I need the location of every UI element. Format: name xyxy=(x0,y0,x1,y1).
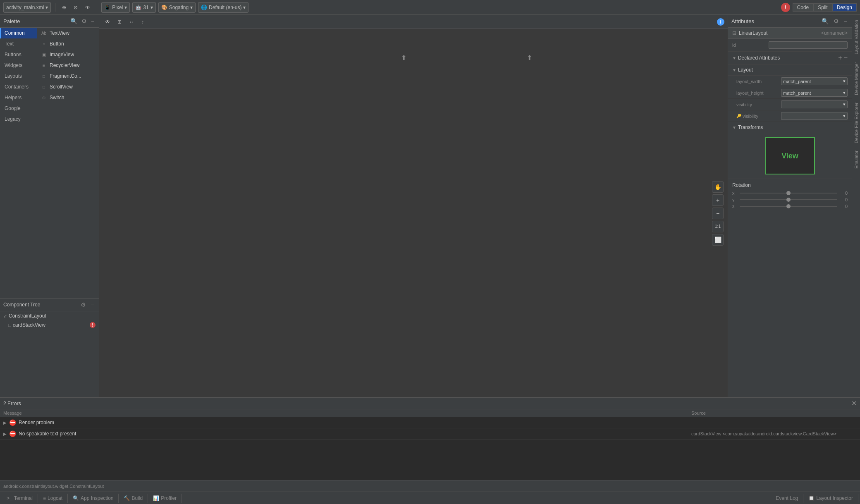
category-item-text[interactable]: Text xyxy=(0,38,37,49)
split-view-btn[interactable]: Split xyxy=(813,3,832,12)
file-name: activity_main.xml xyxy=(6,5,44,10)
locale-name: Default (en-us) xyxy=(209,5,241,10)
visibility2-icon: 🔑 xyxy=(736,114,741,118)
category-item-legacy[interactable]: Legacy xyxy=(0,114,37,124)
declared-attrs-remove-btn[interactable]: − xyxy=(844,54,848,62)
palette-search-btn[interactable]: 🔍 xyxy=(69,17,79,25)
rotation-x-row: x 0 xyxy=(732,191,848,196)
layout-height-dropdown[interactable]: match_parent ▾ xyxy=(781,89,848,97)
layout-validation-tab[interactable]: Layout Validation xyxy=(853,17,860,58)
emulator-tab[interactable]: Emulator xyxy=(853,147,860,172)
palette-title: Palette xyxy=(3,18,66,24)
attr-settings-btn[interactable]: ⚙ xyxy=(832,17,840,25)
component-tree-settings-btn[interactable]: ⚙ xyxy=(79,301,87,308)
zoom-mode-btn[interactable]: ⬜ xyxy=(712,234,724,246)
zoom-fit-btn[interactable]: 1:1 xyxy=(712,221,724,232)
theme-dropdown[interactable]: 🎨 Sogating ▾ xyxy=(158,2,196,13)
file-dropdown[interactable]: activity_main.xml ▾ xyxy=(3,2,51,13)
layout-inspector-tab[interactable]: 🔲 Layout Inspector xyxy=(803,494,858,503)
locale-dropdown[interactable]: 🌐 Default (en-us) ▾ xyxy=(198,2,248,13)
design-view-btn[interactable]: Design xyxy=(832,3,857,12)
widget-item-button[interactable]: ○ Button xyxy=(37,38,99,49)
canvas-grid-btn[interactable]: ⊞ xyxy=(115,18,124,26)
rotation-z-value: 0 xyxy=(839,204,848,209)
canvas-h-constraints-btn[interactable]: ↔ xyxy=(127,18,136,26)
visibility-dropdown[interactable]: ▾ xyxy=(781,100,848,108)
profiler-tab[interactable]: 📊 Profiler xyxy=(148,494,182,503)
attr-search-btn[interactable]: 🔍 xyxy=(820,17,830,25)
eye-btn[interactable]: 👁 xyxy=(83,4,93,11)
api-dropdown[interactable]: 🤖 31 ▾ xyxy=(132,2,155,13)
rotation-y-slider[interactable] xyxy=(740,199,837,200)
widget-item-scrollview[interactable]: □ ScrollView xyxy=(37,81,99,92)
error-row-render-problem[interactable]: ▶ ⛔ Render problem xyxy=(0,417,860,428)
transforms-section-header[interactable]: ▼ Transforms xyxy=(728,122,852,133)
attr-row-visibility: visibility ▾ xyxy=(728,99,852,110)
widget-label-scrollview: ScrollView xyxy=(50,84,73,90)
category-item-widgets[interactable]: Widgets xyxy=(0,60,37,71)
code-view-btn[interactable]: Code xyxy=(793,3,814,12)
error-indicator[interactable]: ! xyxy=(781,3,790,12)
widget-item-textview[interactable]: Ab TextView xyxy=(37,28,99,38)
device-file-explorer-tab[interactable]: Device File Explorer xyxy=(853,99,860,146)
rotation-z-slider[interactable] xyxy=(740,206,837,207)
component-tree-minimize-btn[interactable]: − xyxy=(90,301,96,308)
button-icon: ○ xyxy=(41,41,47,47)
widget-item-recyclerview[interactable]: ≡ RecyclerView xyxy=(37,60,99,71)
fragmentco-icon: □ xyxy=(41,73,47,79)
attr-id-input[interactable] xyxy=(769,41,848,49)
theme-name: Sogating xyxy=(169,5,189,10)
category-item-containers[interactable]: Containers xyxy=(0,81,37,92)
build-tab[interactable]: 🔨 Build xyxy=(119,494,148,503)
rotation-x-slider[interactable] xyxy=(740,193,837,193)
error-row-no-speakable-text[interactable]: ▶ ⛔ No speakable text present cardStackV… xyxy=(0,428,860,440)
app-inspection-tab[interactable]: 🔍 App Inspection xyxy=(68,494,119,503)
visibility2-dropdown[interactable]: ▾ xyxy=(781,112,848,120)
errors-title: 2 Errors xyxy=(3,401,849,406)
widget-item-imageview[interactable]: ▣ ImageView xyxy=(37,49,99,60)
canvas-area[interactable]: ⬆ ⬆ ✋ + − 1:1 ⬜ xyxy=(99,29,728,397)
event-log-label: Event Log xyxy=(776,495,798,501)
orient-btn[interactable]: ⊕ xyxy=(60,4,69,11)
status-text: androidx.constraintlayout.widget.Constra… xyxy=(3,484,104,489)
canvas-eye-btn[interactable]: 👁 xyxy=(103,18,112,26)
error-message-1: Render problem xyxy=(19,420,689,425)
errors-close-btn[interactable]: ✕ xyxy=(851,399,857,407)
rotation-y-row: y 0 xyxy=(732,197,848,202)
category-item-buttons[interactable]: Buttons xyxy=(0,49,37,60)
error-expand-1[interactable]: ▶ xyxy=(3,420,7,425)
device-manager-tab[interactable]: Device Manager xyxy=(853,59,860,98)
zoom-out-btn[interactable]: − xyxy=(712,208,724,219)
palette-minimize-btn[interactable]: − xyxy=(90,17,96,25)
canvas-v-constraints-btn[interactable]: ↕ xyxy=(139,18,146,26)
logcat-tab[interactable]: ≡ Logcat xyxy=(38,494,68,503)
layout-width-dropdown[interactable]: match_parent ▾ xyxy=(781,77,848,85)
category-item-google[interactable]: Google xyxy=(0,103,37,114)
terminal-tab[interactable]: >_ Terminal xyxy=(2,494,38,503)
attr-minimize-btn[interactable]: − xyxy=(843,17,848,25)
device-dropdown[interactable]: 📱 Pixel ▾ xyxy=(101,2,130,13)
layout-section-header[interactable]: ▼ Layout xyxy=(728,64,852,76)
terminal-icon: >_ xyxy=(7,495,12,501)
widget-item-fragmentco[interactable]: □ FragmentCo... xyxy=(37,71,99,81)
zoom-in-btn[interactable]: + xyxy=(712,194,724,206)
category-item-common[interactable]: Common xyxy=(0,28,37,38)
rotation-z-label: z xyxy=(732,204,737,209)
error-expand-2[interactable]: ▶ xyxy=(3,432,7,436)
declared-attrs-add-btn[interactable]: + xyxy=(838,54,842,62)
theme-icon: 🎨 xyxy=(161,5,167,10)
tree-item-cardstackview[interactable]: □ cardStackView ! xyxy=(0,320,99,330)
layout-width-value: match_parent ▾ xyxy=(781,77,848,85)
tree-item-constraintlayout[interactable]: ↙ ConstraintLayout xyxy=(0,311,99,320)
event-log-tab[interactable]: Event Log xyxy=(771,494,803,503)
view-preview-container: View xyxy=(728,133,852,179)
pan-tool-btn[interactable]: ✋ xyxy=(712,181,724,193)
category-item-helpers[interactable]: Helpers xyxy=(0,92,37,103)
category-item-layouts[interactable]: Layouts xyxy=(0,71,37,81)
linear-layout-header: ⊟ LinearLayout <unnamed> xyxy=(728,28,852,39)
declared-attributes-section[interactable]: ▼ Declared Attributes + − xyxy=(728,52,852,64)
canvas-info-btn[interactable]: i xyxy=(717,18,724,26)
toggle-btn[interactable]: ⊘ xyxy=(71,4,80,11)
widget-item-switch[interactable]: ⊙ Switch xyxy=(37,92,99,103)
palette-settings-btn[interactable]: ⚙ xyxy=(80,17,88,25)
